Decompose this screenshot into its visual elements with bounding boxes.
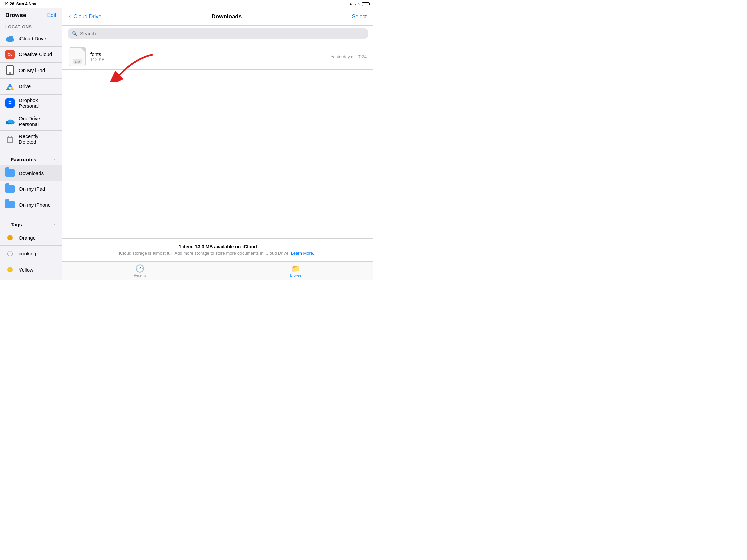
learn-more-link[interactable]: Learn More... — [291, 251, 317, 256]
orange-tag-label: Orange — [19, 235, 35, 241]
search-input[interactable] — [80, 31, 364, 36]
browse-icon: 📁 — [291, 264, 300, 273]
favourites-label: Favourites — [5, 154, 42, 164]
recents-icon: 🕐 — [135, 264, 145, 273]
locations-section-header: Locations — [0, 22, 62, 31]
svg-point-2 — [9, 35, 14, 40]
content-title: Downloads — [212, 14, 242, 20]
zip-label: zip — [73, 59, 81, 64]
sidebar-item-dropbox[interactable]: Dropbox — Personal — [0, 94, 62, 112]
yellow-tag-icon — [5, 265, 15, 274]
status-time: 19:26 — [4, 2, 15, 6]
sidebar-item-recently-deleted[interactable]: Recently Deleted — [0, 130, 62, 148]
drive-label: Drive — [19, 83, 31, 89]
creative-cloud-icon: Cc — [5, 50, 15, 59]
sidebar-item-on-my-ipad[interactable]: On My iPad — [0, 62, 62, 78]
wifi-icon: ▲ — [349, 2, 353, 6]
sidebar-item-icloud-drive[interactable]: iCloud Drive — [0, 31, 62, 46]
svg-marker-5 — [6, 87, 10, 90]
search-bar: 🔍 — [62, 26, 374, 41]
favourites-chevron-icon[interactable]: ⌄ — [53, 156, 56, 161]
back-label: iCloud Drive — [72, 14, 101, 20]
sidebar-item-downloads[interactable]: Downloads — [0, 165, 62, 181]
storage-detail: iCloud storage is almost full. Add more … — [69, 251, 367, 256]
sidebar-item-yellow-tag[interactable]: Yellow — [0, 262, 62, 277]
on-my-iphone-label: On my iPhone — [19, 202, 51, 208]
battery-icon — [362, 2, 369, 6]
browse-label: Browse — [290, 274, 301, 277]
sidebar-title: Browse — [5, 12, 26, 19]
status-bar: 19:26 Sun 4 Nov ▲ 7% — [0, 0, 374, 8]
edit-button[interactable]: Edit — [47, 12, 56, 19]
orange-tag-icon — [5, 233, 15, 242]
search-input-wrap[interactable]: 🔍 — [68, 28, 368, 38]
file-list: zip fonts 112 KB Yesterday at 17:24 — [62, 41, 374, 238]
sidebar-item-drive[interactable]: Drive — [0, 79, 62, 94]
storage-info: 1 item, 13.3 MB available on iCloud iClo… — [62, 238, 374, 261]
content-header: ‹ iCloud Drive Downloads Select — [62, 8, 374, 26]
battery-percent: 7% — [355, 2, 360, 6]
svg-rect-13 — [9, 136, 11, 138]
zip-thumbnail: zip — [69, 47, 86, 66]
svg-marker-7 — [8, 83, 12, 87]
back-chevron-icon: ‹ — [69, 13, 71, 20]
sidebar-item-cooking-tag[interactable]: cooking — [0, 246, 62, 262]
sidebar: Browse Edit Locations iCloud Drive Cc — [0, 8, 62, 280]
sidebar-item-on-my-iphone[interactable]: On my iPhone — [0, 197, 62, 213]
onedrive-icon — [5, 116, 15, 126]
tab-recents[interactable]: 🕐 Recents — [62, 262, 218, 280]
on-my-ipad-fav-label: On my iPad — [19, 186, 45, 192]
tab-browse[interactable]: 📁 Browse — [218, 262, 374, 280]
file-size: 112 KB — [91, 57, 326, 62]
back-button[interactable]: ‹ iCloud Drive — [69, 13, 101, 20]
storage-summary: 1 item, 13.3 MB available on iCloud — [69, 244, 367, 249]
cooking-tag-icon — [5, 249, 15, 259]
google-drive-icon — [5, 82, 15, 91]
cooking-tag-label: cooking — [19, 251, 36, 257]
main-layout: Browse Edit Locations iCloud Drive Cc — [0, 8, 374, 280]
on-my-ipad-folder-icon — [5, 184, 15, 194]
file-date: Yesterday at 17:24 — [331, 54, 367, 59]
favourites-section-header: Favourites ⌄ — [0, 151, 62, 165]
sidebar-header: Browse Edit — [0, 8, 62, 22]
sidebar-item-creative-cloud[interactable]: Cc Creative Cloud — [0, 47, 62, 62]
search-icon: 🔍 — [72, 31, 77, 36]
sidebar-item-orange-tag[interactable]: Orange — [0, 230, 62, 246]
creative-cloud-label: Creative Cloud — [19, 51, 52, 57]
file-info: fonts 112 KB — [91, 51, 326, 62]
svg-point-10 — [8, 119, 13, 123]
status-date: Sun 4 Nov — [17, 2, 36, 6]
tags-section-header: Tags ⌄ — [0, 216, 62, 230]
on-my-iphone-folder-icon — [5, 200, 15, 210]
ipad-icon — [5, 65, 15, 75]
svg-marker-6 — [10, 87, 14, 90]
status-right: ▲ 7% — [349, 2, 369, 6]
recents-label: Recents — [134, 274, 146, 277]
recently-deleted-label: Recently Deleted — [19, 133, 56, 145]
file-item-fonts[interactable]: zip fonts 112 KB Yesterday at 17:24 — [62, 44, 374, 70]
tags-chevron-icon[interactable]: ⌄ — [53, 221, 56, 226]
icloud-drive-label: iCloud Drive — [19, 35, 46, 41]
downloads-label: Downloads — [19, 170, 44, 176]
select-button[interactable]: Select — [352, 14, 367, 20]
yellow-tag-label: Yellow — [19, 267, 33, 273]
file-name: fonts — [91, 51, 326, 57]
trash-icon — [5, 134, 15, 144]
onedrive-label: OneDrive — Personal — [19, 115, 56, 127]
downloads-folder-icon — [5, 168, 15, 178]
tab-bar: 🕐 Recents 📁 Browse — [62, 261, 374, 280]
dropbox-label: Dropbox — Personal — [19, 97, 56, 109]
dropbox-icon — [5, 98, 15, 108]
content-area: ‹ iCloud Drive Downloads Select 🔍 zip fo… — [62, 8, 374, 280]
sidebar-item-on-my-ipad-fav[interactable]: On my iPad — [0, 181, 62, 197]
sidebar-item-onedrive[interactable]: OneDrive — Personal — [0, 112, 62, 130]
icloud-icon — [5, 33, 15, 43]
tags-label: Tags — [5, 218, 28, 229]
locations-label: Locations — [5, 24, 31, 29]
on-my-ipad-label: On My iPad — [19, 68, 45, 73]
